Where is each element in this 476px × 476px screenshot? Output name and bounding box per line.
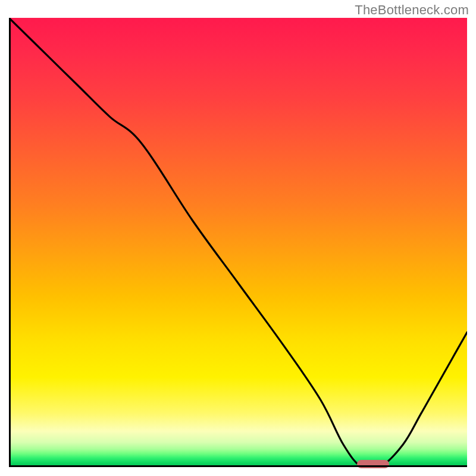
bottleneck-chart: TheBottleneck.com [0,0,476,476]
watermark-text: TheBottleneck.com [355,2,469,18]
x-axis-line [9,465,467,467]
gradient-background [9,18,467,467]
y-axis-line [9,18,11,467]
